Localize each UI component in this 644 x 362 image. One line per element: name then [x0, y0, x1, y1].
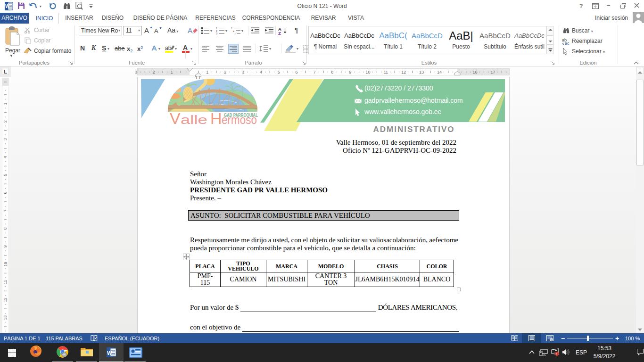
svg-text:H: H — [210, 109, 222, 127]
svg-text:2: 2 — [153, 70, 155, 74]
svg-text:13: 13 — [3, 315, 8, 320]
svg-text:7: 7 — [313, 70, 315, 74]
svg-text:ab: ab — [165, 45, 172, 51]
svg-text:gadprvallehermoso@hotmail.com: gadprvallehermoso@hotmail.com — [364, 97, 463, 104]
svg-text:7: 7 — [3, 209, 8, 212]
svg-text:8: 8 — [331, 70, 333, 74]
svg-text:8: 8 — [3, 227, 8, 230]
svg-text:Z: Z — [278, 31, 281, 35]
svg-text:14: 14 — [437, 70, 442, 74]
svg-text:ac: ac — [565, 41, 570, 45]
svg-text:2: 2 — [3, 120, 8, 123]
svg-text:16: 16 — [473, 70, 478, 74]
svg-text:(02)2773220 / 2773300: (02)2773220 / 2773300 — [364, 84, 433, 92]
svg-text:W: W — [107, 350, 112, 356]
svg-text:4: 4 — [3, 156, 8, 158]
svg-text:11: 11 — [3, 280, 8, 284]
svg-text:6: 6 — [3, 192, 8, 194]
svg-text:11: 11 — [384, 70, 388, 74]
svg-text:3: 3 — [135, 70, 137, 74]
svg-text:5: 5 — [278, 70, 280, 74]
svg-text:9: 9 — [3, 245, 8, 247]
svg-text:3: 3 — [242, 70, 244, 74]
svg-text:10: 10 — [365, 70, 370, 74]
svg-text:12: 12 — [401, 70, 406, 74]
svg-text:9: 9 — [349, 70, 351, 74]
svg-text:GAD PARROQUIAL: GAD PARROQUIAL — [224, 112, 258, 118]
svg-text:alle: alle — [181, 113, 207, 127]
svg-text:12: 12 — [3, 297, 8, 302]
svg-text:17: 17 — [490, 70, 495, 74]
svg-text:1: 1 — [3, 102, 8, 105]
svg-text:10: 10 — [3, 262, 8, 266]
svg-text:A: A — [188, 26, 192, 34]
svg-text:4: 4 — [260, 70, 262, 74]
svg-text:1: 1 — [206, 70, 208, 74]
svg-text:5: 5 — [3, 174, 8, 176]
svg-text:1: 1 — [171, 70, 173, 74]
svg-text:V: V — [170, 109, 181, 127]
svg-text:i: i — [235, 32, 235, 34]
svg-text:6: 6 — [296, 70, 298, 74]
svg-text:www.vallehermoso.gob.ec: www.vallehermoso.gob.ec — [364, 108, 441, 115]
svg-text:1: 1 — [231, 27, 232, 30]
svg-text:3: 3 — [216, 32, 217, 34]
svg-text:13: 13 — [419, 70, 424, 74]
svg-text:!: ! — [556, 353, 557, 356]
svg-text:W: W — [5, 4, 10, 9]
svg-text:2: 2 — [224, 70, 226, 74]
svg-text:3: 3 — [3, 138, 8, 140]
